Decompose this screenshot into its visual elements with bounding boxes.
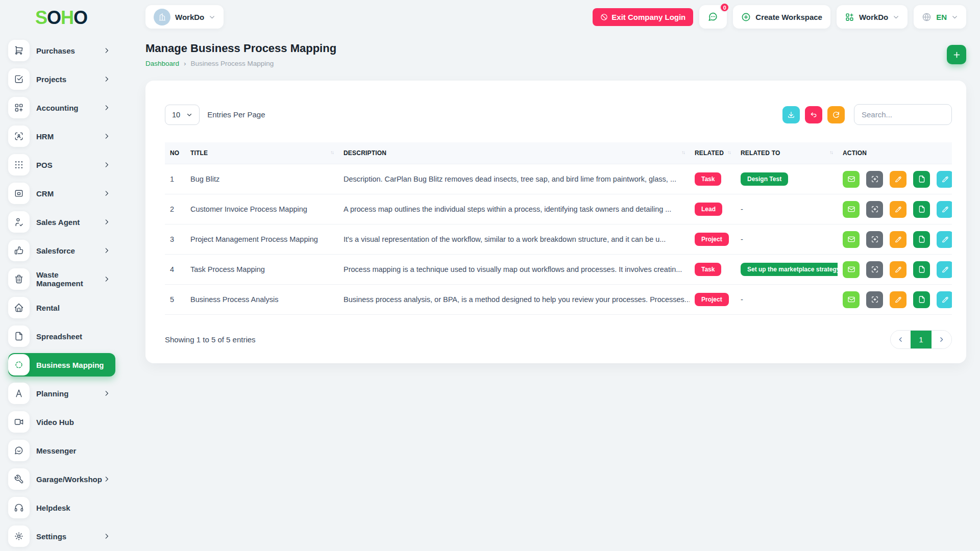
scan-plus-icon (871, 265, 879, 273)
workspace-selector[interactable]: WorkDo (145, 5, 224, 29)
scan-button[interactable] (866, 291, 883, 308)
col-related[interactable]: ↑↓RELATED (690, 142, 736, 164)
globe-icon (922, 12, 932, 22)
add-mapping-button[interactable] (947, 45, 966, 64)
sidebar-item-messenger[interactable]: Messenger (8, 439, 115, 462)
check-square-icon (8, 68, 30, 90)
sidebar-item-helpdesk[interactable]: Helpdesk (8, 496, 115, 519)
table-row: 1 Bug Blitz Description. CarPlan Bug Bli… (165, 164, 952, 194)
sidebar-item-crm[interactable]: CRM (8, 182, 115, 205)
email-button[interactable] (843, 231, 860, 248)
dots-grid-icon (8, 154, 30, 176)
scan-button[interactable] (866, 171, 883, 188)
language-selector[interactable]: EN (914, 5, 966, 29)
edit-alt-button[interactable] (937, 171, 952, 188)
sidebar-item-waste-management[interactable]: Waste Management (8, 267, 115, 291)
edit-button[interactable] (890, 201, 906, 218)
thumb-up-icon (8, 240, 30, 261)
sidebar-item-planning[interactable]: Planning (8, 382, 115, 405)
pencil-icon (941, 265, 949, 273)
table-footer: Showing 1 to 5 of 5 entries 1 (165, 330, 952, 349)
edit-button[interactable] (890, 261, 906, 278)
col-no[interactable]: NO (165, 142, 185, 164)
email-button[interactable] (843, 201, 860, 218)
file-button[interactable] (913, 291, 930, 308)
file-icon (918, 295, 926, 304)
next-page-button[interactable] (932, 331, 951, 348)
download-button[interactable] (782, 106, 800, 123)
email-button[interactable] (843, 171, 860, 188)
chevron-right-icon (103, 47, 110, 54)
refresh-button[interactable] (827, 106, 845, 123)
edit-button[interactable] (890, 171, 906, 188)
current-page[interactable]: 1 (911, 331, 932, 348)
email-button[interactable] (843, 261, 860, 278)
edit-alt-button[interactable] (937, 261, 952, 278)
file-button[interactable] (913, 231, 930, 248)
related-to-empty: - (741, 295, 743, 304)
row-number: 4 (165, 255, 185, 285)
grid-plus-icon (8, 97, 30, 118)
sidebar-item-rental[interactable]: Rental (8, 296, 115, 319)
pagination: 1 (890, 330, 952, 349)
sidebar-item-accounting[interactable]: Accounting (8, 96, 115, 119)
edit-alt-button[interactable] (937, 291, 952, 308)
sidebar-item-video-hub[interactable]: Video Hub (8, 410, 115, 434)
video-icon (8, 411, 30, 433)
row-number: 1 (165, 164, 185, 194)
related-badge: Lead (695, 203, 722, 216)
sidebar-item-spreadsheet[interactable]: Spreadsheet (8, 324, 115, 348)
sidebar-item-settings[interactable]: Settings (8, 524, 115, 548)
messages-button[interactable]: 0 (699, 5, 727, 29)
table-toolbar: 10 Entries Per Page (165, 104, 952, 125)
sidebar-item-projects[interactable]: Projects (8, 67, 115, 91)
email-button[interactable] (843, 291, 860, 308)
sidebar-item-sales-agent[interactable]: Sales Agent (8, 210, 115, 234)
search-input[interactable] (854, 104, 952, 125)
sidebar-item-hrm[interactable]: HRM (8, 124, 115, 148)
edit-button[interactable] (890, 231, 906, 248)
sidebar-item-garage-workshop[interactable]: Garage/Workshop (8, 467, 115, 491)
file-icon (918, 205, 926, 213)
sidebar-item-salesforce[interactable]: Salesforce (8, 239, 115, 262)
entries-per-page-select[interactable]: 10 (165, 105, 200, 125)
edit-button[interactable] (890, 291, 906, 308)
file-button[interactable] (913, 201, 930, 218)
scan-button[interactable] (866, 261, 883, 278)
breadcrumb-dashboard-link[interactable]: Dashboard (145, 60, 179, 67)
col-action: ACTION (838, 142, 952, 164)
scan-button[interactable] (866, 201, 883, 218)
chevron-right-icon (103, 247, 110, 254)
col-description[interactable]: ↑↓DESCRIPTION (338, 142, 690, 164)
row-description: Process mapping is a technique used to v… (338, 255, 690, 285)
related-badge: Project (695, 293, 729, 306)
file-button[interactable] (913, 171, 930, 188)
workspace-switcher[interactable]: WorkDo (837, 5, 908, 29)
breadcrumb-separator: › (184, 60, 186, 67)
scan-plus-icon (871, 295, 879, 304)
edit-alt-button[interactable] (937, 201, 952, 218)
cart-icon (8, 40, 30, 61)
chevron-right-icon (103, 190, 110, 197)
dashed-circle-icon (8, 354, 30, 375)
sidebar-item-pos[interactable]: POS (8, 153, 115, 177)
undo-button[interactable] (805, 106, 822, 123)
file-button[interactable] (913, 261, 930, 278)
row-number: 2 (165, 194, 185, 224)
sidebar-item-purchases[interactable]: Purchases (8, 39, 115, 62)
pencil-icon (894, 175, 902, 183)
exit-company-login-button[interactable]: Exit Company Login (593, 8, 693, 26)
col-title[interactable]: ↑↓TITLE (185, 142, 338, 164)
mail-icon (847, 175, 855, 183)
scan-plus-icon (871, 205, 879, 213)
file-icon (8, 325, 30, 347)
create-workspace-button[interactable]: Create Workspace (733, 5, 830, 29)
row-number: 3 (165, 224, 185, 255)
prev-page-button[interactable] (891, 331, 911, 348)
mail-icon (847, 295, 855, 304)
sidebar-item-business-mapping[interactable]: Business Mapping (8, 353, 115, 377)
message-count-badge: 0 (720, 3, 729, 12)
edit-alt-button[interactable] (937, 231, 952, 248)
col-related-to[interactable]: ↑↓RELATED TO (736, 142, 838, 164)
scan-button[interactable] (866, 231, 883, 248)
